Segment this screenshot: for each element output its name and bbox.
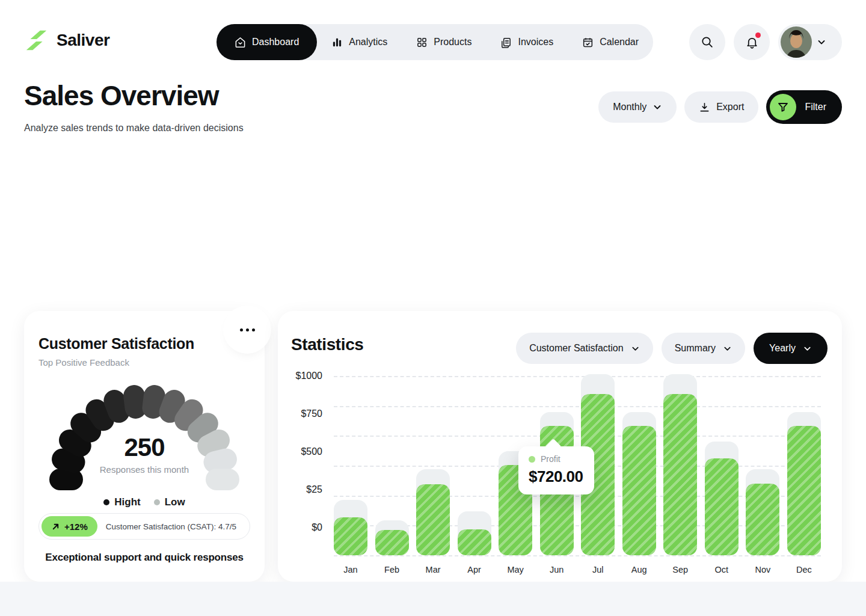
- satisfaction-card-title: Customer Satisfaction: [38, 335, 194, 353]
- bar-chart-icon: [331, 37, 343, 48]
- x-label-may: May: [499, 565, 532, 574]
- bar-value: [375, 530, 409, 555]
- tooltip-series-label: Profit: [541, 454, 560, 464]
- nav-item-calendar[interactable]: Calendar: [568, 24, 653, 60]
- x-label-aug: Aug: [622, 565, 656, 574]
- period-label: Monthly: [613, 102, 646, 112]
- statistics-card: Statistics Customer Satisfaction Summary…: [278, 311, 842, 582]
- bar-feb[interactable]: [375, 376, 409, 555]
- chevron-down-icon: [653, 102, 662, 112]
- home-icon: [235, 37, 246, 48]
- gauge-legend: HightLow: [24, 496, 265, 508]
- grid-icon: [416, 37, 428, 48]
- search-icon: [701, 35, 714, 49]
- bar-oct[interactable]: [705, 376, 739, 555]
- saliver-logo-icon: [24, 29, 49, 52]
- x-label-apr: Apr: [458, 565, 491, 574]
- bar-apr[interactable]: [458, 376, 491, 555]
- notification-badge-dot: [755, 32, 761, 38]
- view-dropdown-label: Summary: [675, 343, 716, 354]
- x-label-mar: Mar: [416, 565, 450, 574]
- filter-button[interactable]: Filter: [766, 90, 842, 124]
- x-label-feb: Feb: [375, 565, 409, 574]
- export-button[interactable]: Export: [684, 91, 758, 123]
- footer-strip: [0, 582, 866, 616]
- bar-chart-plot: Profit $720.00: [334, 376, 821, 555]
- nav-item-invoices[interactable]: Invoices: [486, 24, 568, 60]
- x-label-oct: Oct: [705, 565, 739, 574]
- y-tick: $25: [306, 484, 322, 495]
- csat-delta-value: +12%: [64, 522, 88, 532]
- y-tick: $750: [301, 408, 322, 419]
- card-menu-button[interactable]: [230, 312, 265, 347]
- bar-mar[interactable]: [416, 376, 450, 555]
- profit-dot-icon: [529, 456, 535, 463]
- search-button[interactable]: [689, 24, 725, 60]
- statistics-filters: Customer Satisfaction Summary Yearly: [516, 333, 828, 364]
- notifications-button[interactable]: [734, 24, 770, 60]
- range-dropdown-label: Yearly: [769, 343, 796, 354]
- legend-item-hight: Hight: [103, 496, 140, 508]
- x-axis-labels: JanFebMarAprMayJunJulAugSepOctNovDec: [334, 565, 821, 574]
- x-label-nov: Nov: [746, 565, 779, 574]
- bar-value: [622, 426, 656, 555]
- bar-value: [705, 458, 739, 555]
- bar-value: [663, 394, 697, 555]
- gauge-center-text: 250 Responses this month: [24, 433, 265, 475]
- bar-aug[interactable]: [622, 376, 656, 555]
- nav-item-label: Calendar: [600, 37, 639, 48]
- x-label-jan: Jan: [334, 565, 367, 574]
- chevron-down-icon: [723, 344, 732, 353]
- bar-jan[interactable]: [334, 376, 367, 555]
- filter-label: Filter: [805, 102, 826, 112]
- legend-dot-icon: [103, 499, 109, 505]
- chevron-down-icon: [631, 344, 640, 353]
- export-label: Export: [716, 102, 744, 112]
- avatar-image: [781, 26, 812, 58]
- legend-label: Low: [165, 496, 185, 508]
- header-actions: [689, 24, 842, 60]
- legend-dot-icon: [154, 499, 160, 505]
- view-dropdown[interactable]: Summary: [662, 333, 745, 364]
- arrow-up-right-icon: [51, 522, 60, 531]
- period-dropdown[interactable]: Monthly: [598, 91, 677, 123]
- nav-item-products[interactable]: Products: [402, 24, 486, 60]
- profile-menu[interactable]: [778, 24, 842, 60]
- metric-dropdown-label: Customer Satisfaction: [529, 343, 624, 354]
- chart-tooltip: Profit $720.00: [518, 446, 594, 494]
- csat-delta-badge: +12%: [41, 516, 97, 537]
- bar-nov[interactable]: [746, 376, 779, 555]
- brand: Saliver: [24, 29, 109, 52]
- nav-item-dashboard[interactable]: Dashboard: [216, 24, 317, 60]
- tooltip-value: $720.00: [529, 467, 594, 486]
- statistics-title: Statistics: [291, 335, 364, 354]
- calendar-icon: [582, 37, 594, 48]
- x-label-sep: Sep: [663, 565, 697, 574]
- ellipsis-icon: [240, 328, 243, 331]
- x-label-jun: Jun: [540, 565, 574, 574]
- y-tick: $500: [301, 446, 322, 457]
- gauge-value: 250: [24, 433, 265, 462]
- bar-value: [746, 484, 779, 555]
- csat-summary-pill: +12% Customer Satisfaction (CSAT): 4.7/5: [38, 513, 250, 540]
- download-icon: [699, 102, 710, 113]
- legend-label: Hight: [114, 496, 140, 508]
- y-tick: $1000: [296, 371, 323, 381]
- metric-dropdown[interactable]: Customer Satisfaction: [516, 333, 653, 364]
- nav-item-label: Products: [434, 37, 471, 48]
- filter-icon-circle: [770, 94, 796, 120]
- page-subtitle: Analyze sales trends to make data-driven…: [24, 123, 244, 134]
- range-dropdown[interactable]: Yearly: [754, 333, 828, 364]
- customer-satisfaction-card: Customer Satisfaction Top Positive Feedb…: [24, 311, 265, 582]
- chevron-down-icon: [803, 344, 812, 353]
- top-bar: Saliver Dashboard Analytics Products: [24, 24, 842, 60]
- main-nav: Dashboard Analytics Products Invoices: [216, 24, 653, 60]
- bar-value: [416, 484, 450, 555]
- y-axis: $1000$750$500$25$0: [278, 376, 322, 555]
- chevron-down-icon: [817, 37, 826, 47]
- bar-sep[interactable]: [663, 376, 697, 555]
- nav-item-analytics[interactable]: Analytics: [317, 24, 402, 60]
- nav-item-label: Analytics: [349, 37, 387, 48]
- brand-name: Saliver: [57, 31, 109, 50]
- bar-dec[interactable]: [787, 376, 821, 555]
